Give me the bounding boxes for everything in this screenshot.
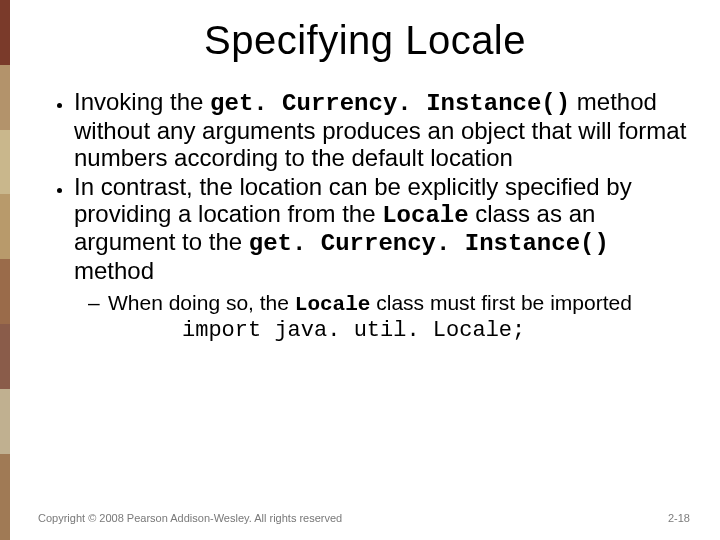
footer-page-number: 2-18 xyxy=(668,512,690,524)
bullet-list: Invoking the get. Currency. Instance() m… xyxy=(44,89,692,344)
sub-bullet-1: When doing so, the Locale class must fir… xyxy=(108,291,692,317)
bullet-1-pre: Invoking the xyxy=(74,88,210,115)
footer-copyright: Copyright © 2008 Pearson Addison-Wesley.… xyxy=(38,512,342,524)
bullet-2-code1: Locale xyxy=(382,202,468,229)
bullet-1-code: get. Currency. Instance() xyxy=(210,90,570,117)
bullet-1: Invoking the get. Currency. Instance() m… xyxy=(74,89,692,172)
bullet-2-post: method xyxy=(74,257,154,284)
bullet-2: In contrast, the location can be explici… xyxy=(74,174,692,344)
slide-body: Specifying Locale Invoking the get. Curr… xyxy=(14,0,720,540)
sub-bullet-1-post: class must first be imported xyxy=(370,291,631,314)
slide-footer: Copyright © 2008 Pearson Addison-Wesley.… xyxy=(38,512,690,524)
side-accent-stripe xyxy=(0,0,10,540)
sub-bullet-1-code: Locale xyxy=(295,293,371,316)
slide-title: Specifying Locale xyxy=(38,18,692,63)
bullet-2-code2: get. Currency. Instance() xyxy=(249,230,609,257)
sub-bullet-1-pre: When doing so, the xyxy=(108,291,295,314)
sub-bullet-list: When doing so, the Locale class must fir… xyxy=(78,291,692,317)
import-statement: import java. util. Locale; xyxy=(182,319,692,344)
